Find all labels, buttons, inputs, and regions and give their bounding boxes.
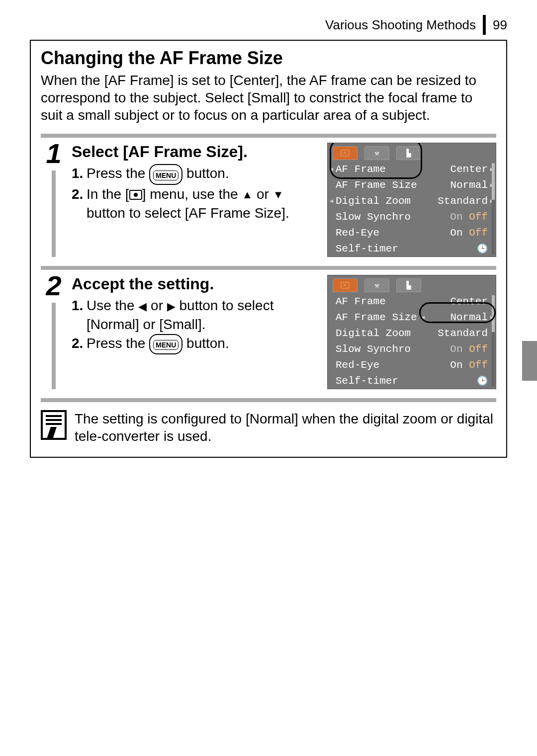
cam-row: Self-timer🕒 [328, 373, 496, 389]
step-number: 2 [46, 272, 61, 300]
section-title: Various Shooting Methods [325, 17, 476, 33]
step-text: Select [AF Frame Size]. 1. Press the MEN… [72, 143, 320, 257]
camera-menu-screenshot-2: ⚒ ▙ AF FrameCenter AF Frame Size◀Normal▶… [327, 275, 496, 389]
substep: 1. Press the MENU button. [72, 164, 320, 185]
cam-row: Digital ZoomStandard [328, 325, 496, 341]
step-body: Select [AF Frame Size]. 1. Press the MEN… [72, 143, 496, 257]
menu-button-icon: MENU [149, 164, 182, 185]
substep: 2. In the [] menu, use the ▲ or ▼ button… [72, 185, 320, 223]
steps-list: 1 Select [AF Frame Size]. 1. Press the M… [41, 134, 496, 402]
cam-tab-tools: ⚒ [364, 278, 389, 292]
menu-button-icon: MENU [149, 334, 182, 355]
cam-row: AF Frame Size◀Normal▶ [328, 309, 496, 325]
step-1: 1 Select [AF Frame Size]. 1. Press the M… [41, 138, 496, 270]
step-title: Accept the setting. [72, 275, 320, 293]
content-box: Changing the AF Frame Size When the [AF … [30, 40, 507, 458]
rec-small-icon [341, 282, 350, 289]
cam-row: Red-EyeOn Off [328, 225, 496, 241]
cam-row: Slow SynchroOn Off [328, 341, 496, 357]
cam-tab-rec [333, 278, 358, 292]
substep-num: 2. [72, 334, 87, 355]
step-body: Accept the setting. 1. Use the ◀ or ▶ bu… [72, 275, 496, 389]
substep-text: Use the ◀ or ▶ button to select [Normal]… [87, 296, 320, 334]
note-text: The setting is configured to [Normal] wh… [75, 410, 496, 445]
cam-rows: AF FrameCenter AF Frame Size◀Normal▶ Dig… [328, 293, 496, 389]
substep-text: Press the MENU button. [87, 334, 320, 355]
page-title: Changing the AF Frame Size [41, 48, 496, 69]
step-2: 2 Accept the setting. 1. Use the ◀ or ▶ … [41, 270, 496, 402]
step-bar [52, 303, 56, 389]
page-header: Various Shooting Methods 99 [30, 15, 507, 35]
substep-num: 1. [72, 164, 87, 185]
cam-row: Red-EyeOn Off [328, 357, 496, 373]
substeps: 1. Use the ◀ or ▶ button to select [Norm… [72, 296, 320, 354]
cam-tabs: ⚒ ▙ [328, 275, 496, 293]
substeps: 1. Press the MENU button. 2. [72, 164, 320, 222]
side-thumb-tab [522, 341, 537, 381]
substep: 1. Use the ◀ or ▶ button to select [Norm… [72, 296, 320, 334]
cam-tab-person: ▙ [396, 278, 421, 292]
substep-text: Press the MENU button. [87, 164, 320, 185]
intro-text: When the [AF Frame] is set to [Center], … [41, 72, 496, 124]
camera-menu-screenshot-1: ⚒ ▙ ◀AF FrameCenter▶ AF Frame SizeNormal… [327, 143, 496, 257]
cam-tab-person: ▙ [396, 146, 421, 160]
step-title: Select [AF Frame Size]. [72, 143, 320, 161]
cam-row: Self-timer🕒 [328, 241, 496, 256]
note-row: The setting is configured to [Normal] wh… [41, 410, 496, 445]
cam-rows: ◀AF FrameCenter▶ AF Frame SizeNormal▶ ◀D… [328, 161, 496, 256]
timer-icon: 🕒 [477, 375, 488, 386]
cam-tab-tools: ⚒ [364, 146, 389, 160]
substep-num: 1. [72, 296, 87, 334]
cam-row: AF FrameCenter [328, 293, 496, 309]
substep-num: 2. [72, 185, 87, 223]
cam-row: ◀Digital ZoomStandard▶ [328, 193, 496, 209]
step-bar [52, 170, 56, 257]
step-number-col: 2 [41, 275, 67, 389]
cam-row: AF Frame SizeNormal▶ [328, 177, 496, 193]
cam-scrollbar [492, 163, 495, 254]
step-number-col: 1 [41, 143, 67, 257]
step-text: Accept the setting. 1. Use the ◀ or ▶ bu… [72, 275, 320, 389]
note-icon [41, 410, 67, 440]
step-number: 1 [46, 140, 61, 168]
header-divider [483, 15, 486, 35]
cam-row: Slow SynchroOn Off [328, 209, 496, 225]
substep: 2. Press the MENU button. [72, 334, 320, 355]
page-number: 99 [493, 17, 507, 33]
manual-page: Various Shooting Methods 99 Changing the… [0, 0, 537, 488]
rec-small-icon [341, 150, 350, 157]
cam-tab-rec [333, 146, 358, 160]
cam-tabs: ⚒ ▙ [328, 143, 496, 161]
substep-text: In the [] menu, use the ▲ or ▼ button to… [87, 185, 320, 223]
rec-menu-icon [129, 190, 142, 200]
timer-icon: 🕒 [477, 243, 488, 254]
cam-row: ◀AF FrameCenter▶ [328, 161, 496, 177]
cam-scrollbar [492, 295, 495, 387]
